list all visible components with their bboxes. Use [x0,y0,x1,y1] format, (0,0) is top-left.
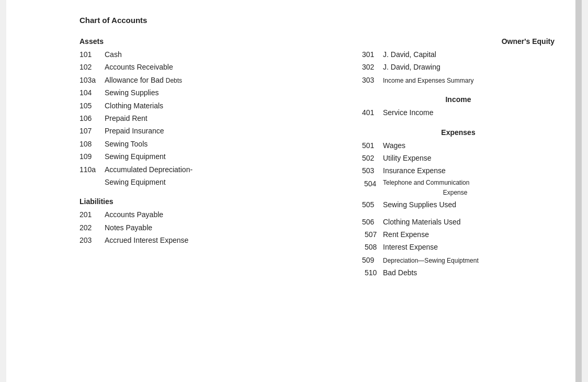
account-name: Sewing Tools [105,138,148,150]
list-item: 509 Depreciation—Sewing Equiptment [362,254,555,266]
list-item: 401 Service Income [362,107,555,118]
account-number: 507 [362,229,383,240]
list-item: 105 Clothing Materials [80,100,331,111]
account-number: 301 [362,49,383,60]
account-number: 104 [80,87,105,98]
account-name: Bad Debts [383,267,417,278]
account-number: 110a [80,164,105,175]
account-name: Rent Expense [383,229,429,240]
account-number: 203 [80,234,105,246]
account-name: Sewing Supplies Used [383,199,456,210]
account-name: Accounts Payable [105,209,163,220]
account-name: J. David, Drawing [383,61,440,73]
list-item: 504 Telephone and Communication Expense [362,178,555,198]
account-number: 504 [362,178,383,189]
page-title: Chart of Accounts [80,16,555,25]
account-name: Cash [105,49,122,60]
list-item: 103a Allowance for Bad Debts [80,74,331,86]
assets-header: Assets [80,37,331,46]
list-item: 110a Accumulated Depreciation- [80,164,331,175]
list-item: 506 Clothing Materials Used [362,216,555,228]
account-name: Depreciation—Sewing Equiptment [383,256,479,266]
account-number: 506 [362,216,383,228]
expenses-header: Expenses [362,128,555,137]
list-item: 302 J. David, Drawing [362,61,555,73]
account-number: 510 [362,267,383,278]
account-number: 202 [80,222,105,233]
account-name: Insurance Expense [383,165,446,176]
account-number: 106 [80,113,105,124]
list-item: 303 Income and Expenses Summary [362,74,555,86]
owners-equity-header: Owner's Equity [362,37,555,46]
list-item: 201 Accounts Payable [80,209,331,220]
list-item: 108 Sewing Tools [80,138,331,150]
account-number: 105 [80,100,105,111]
account-name: Wages [383,140,405,151]
account-name: J. David, Capital [383,49,436,60]
account-name: Utility Expense [383,152,432,164]
list-item: 503 Insurance Expense [362,165,555,176]
account-number: 509 [362,254,383,266]
main-content: Assets 101 Cash 102 Accounts Receivable … [80,37,555,279]
page-container: Chart of Accounts Assets 101 Cash 102 Ac… [6,0,582,382]
account-name: Accounts Receivable [105,61,173,73]
list-item: 109 Sewing Equipment [80,151,331,162]
left-column: Assets 101 Cash 102 Accounts Receivable … [80,37,331,279]
account-name: Interest Expense [383,241,438,253]
list-item: 202 Notes Payable [80,222,331,233]
account-number: 102 [80,61,105,73]
account-name: Clothing Materials [105,100,163,111]
account-name: Prepaid Rent [105,113,148,124]
list-item: 107 Prepaid Insurance [80,125,331,137]
account-number: 303 [362,74,383,86]
liabilities-header: Liabilities [80,197,331,206]
account-name: Prepaid Insurance [105,125,164,137]
account-number: 107 [80,125,105,137]
list-item: 508 Interest Expense [362,241,555,253]
account-number: 501 [362,140,383,151]
list-item: 301 J. David, Capital [362,49,555,60]
list-item: 507 Rent Expense [362,229,555,240]
account-number: 103a [80,74,105,86]
account-name: Accrued Interest Expense [105,234,188,246]
account-number: 505 [362,199,383,210]
account-name: Sewing Supplies [105,87,159,98]
account-name: Sewing Equipment [105,176,166,188]
account-number: 502 [362,152,383,164]
list-item: 502 Utility Expense [362,152,555,164]
list-item: 102 Accounts Receivable [80,61,331,73]
list-item: Sewing Equipment [80,176,331,188]
account-name: Allowance for Bad Debts [105,74,182,86]
account-name: Service Income [383,107,433,118]
account-number: 302 [362,61,383,73]
account-number: 201 [80,209,105,220]
list-item: 104 Sewing Supplies [80,87,331,98]
list-item: 106 Prepaid Rent [80,113,331,124]
list-item: 203 Accrued Interest Expense [80,234,331,246]
account-number: 109 [80,151,105,162]
account-name: Telephone and Communication Expense [383,178,469,198]
account-number: 101 [80,49,105,60]
account-name: Sewing Equipment [105,151,166,162]
account-number: 401 [362,107,383,118]
list-item: 510 Bad Debts [362,267,555,278]
account-number: 108 [80,138,105,150]
account-name: Income and Expenses Summary [383,76,473,86]
list-item: 505 Sewing Supplies Used [362,199,555,210]
account-number: 508 [362,241,383,253]
list-item: 501 Wages [362,140,555,151]
account-name: Clothing Materials Used [383,216,461,228]
income-header: Income [362,95,555,104]
list-item: 101 Cash [80,49,331,60]
right-column: Owner's Equity 301 J. David, Capital 302… [331,37,555,279]
account-name: Notes Payable [105,222,152,233]
account-number: 503 [362,165,383,176]
account-name: Accumulated Depreciation- [105,164,193,175]
